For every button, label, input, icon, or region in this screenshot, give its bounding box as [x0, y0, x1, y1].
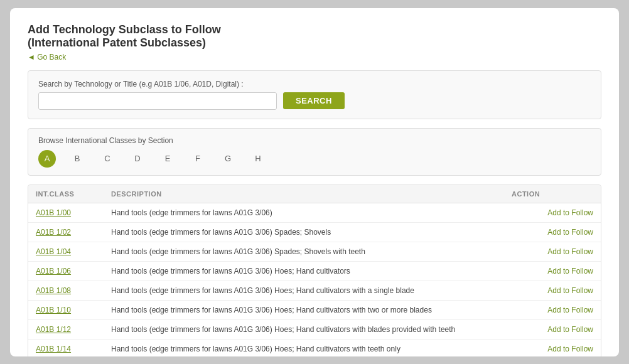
- add-to-follow-link[interactable]: Add to Follow: [512, 247, 593, 256]
- add-to-follow-link[interactable]: Add to Follow: [512, 325, 593, 334]
- header-description: DESCRIPTION: [111, 190, 512, 198]
- section-btn-e[interactable]: E: [159, 150, 176, 168]
- add-to-follow-link[interactable]: Add to Follow: [512, 267, 593, 276]
- int-class-link[interactable]: A01B 1/00: [36, 208, 111, 217]
- table-header: INT.CLASS DESCRIPTION ACTION: [28, 185, 601, 203]
- row-description: Hand tools (edge trimmers for lawns A01G…: [111, 267, 512, 276]
- row-description: Hand tools (edge trimmers for lawns A01G…: [111, 228, 512, 237]
- section-btn-g[interactable]: G: [219, 150, 237, 168]
- int-class-link[interactable]: A01B 1/04: [36, 247, 111, 256]
- row-description: Hand tools (edge trimmers for lawns A01G…: [111, 208, 512, 217]
- title-line1: Add Technology Subclass to Follow: [28, 23, 221, 36]
- section-btn-h[interactable]: H: [249, 150, 267, 168]
- table-row: A01B 1/04Hand tools (edge trimmers for l…: [28, 242, 601, 262]
- table-row: A01B 1/00Hand tools (edge trimmers for l…: [28, 203, 601, 223]
- title-line2: (International Patent Subclasses): [28, 36, 206, 49]
- table-row: A01B 1/14Hand tools (edge trimmers for l…: [28, 340, 601, 356]
- row-description: Hand tools (edge trimmers for lawns A01G…: [111, 247, 512, 256]
- search-box: Search by Technology or Title (e.g A01B …: [28, 70, 601, 119]
- section-btn-d[interactable]: D: [129, 150, 146, 168]
- search-label: Search by Technology or Title (e.g A01B …: [38, 80, 591, 88]
- page-title: Add Technology Subclass to Follow (Inter…: [28, 23, 601, 50]
- browse-title: Browse International Classes by Section: [38, 136, 591, 145]
- add-to-follow-link[interactable]: Add to Follow: [512, 345, 593, 353]
- table-row: A01B 1/02Hand tools (edge trimmers for l…: [28, 223, 601, 242]
- section-btn-a[interactable]: A: [38, 150, 56, 168]
- table-row: A01B 1/06Hand tools (edge trimmers for l…: [28, 262, 601, 281]
- row-description: Hand tools (edge trimmers for lawns A01G…: [111, 286, 512, 295]
- section-buttons: ABCDEFGH: [38, 150, 591, 168]
- add-to-follow-link[interactable]: Add to Follow: [512, 208, 593, 217]
- browse-section: Browse International Classes by Section …: [28, 128, 601, 176]
- search-row: SEARCH: [38, 92, 591, 110]
- int-class-link[interactable]: A01B 1/02: [36, 228, 111, 237]
- table-row: A01B 1/12Hand tools (edge trimmers for l…: [28, 320, 601, 340]
- section-btn-b[interactable]: B: [68, 150, 86, 168]
- header-action: ACTION: [512, 190, 593, 198]
- header-int-class: INT.CLASS: [36, 190, 111, 198]
- add-to-follow-link[interactable]: Add to Follow: [512, 306, 593, 314]
- go-back-link[interactable]: Go Back: [28, 53, 66, 62]
- table-row: A01B 1/10Hand tools (edge trimmers for l…: [28, 301, 601, 320]
- main-window: Add Technology Subclass to Follow (Inter…: [10, 8, 619, 356]
- int-class-link[interactable]: A01B 1/08: [36, 286, 111, 295]
- row-description: Hand tools (edge trimmers for lawns A01G…: [111, 306, 512, 314]
- table-body: A01B 1/00Hand tools (edge trimmers for l…: [28, 203, 601, 356]
- int-class-link[interactable]: A01B 1/14: [36, 345, 111, 353]
- section-btn-f[interactable]: F: [189, 150, 207, 168]
- add-to-follow-link[interactable]: Add to Follow: [512, 286, 593, 295]
- int-class-link[interactable]: A01B 1/12: [36, 325, 111, 334]
- add-to-follow-link[interactable]: Add to Follow: [512, 228, 593, 237]
- row-description: Hand tools (edge trimmers for lawns A01G…: [111, 325, 512, 334]
- search-button[interactable]: SEARCH: [283, 92, 345, 109]
- section-btn-c[interactable]: C: [99, 150, 116, 168]
- search-input[interactable]: [38, 92, 277, 110]
- table-row: A01B 1/08Hand tools (edge trimmers for l…: [28, 281, 601, 301]
- int-class-link[interactable]: A01B 1/10: [36, 306, 111, 314]
- int-class-link[interactable]: A01B 1/06: [36, 267, 111, 276]
- results-table: INT.CLASS DESCRIPTION ACTION A01B 1/00Ha…: [28, 185, 601, 356]
- row-description: Hand tools (edge trimmers for lawns A01G…: [111, 345, 512, 353]
